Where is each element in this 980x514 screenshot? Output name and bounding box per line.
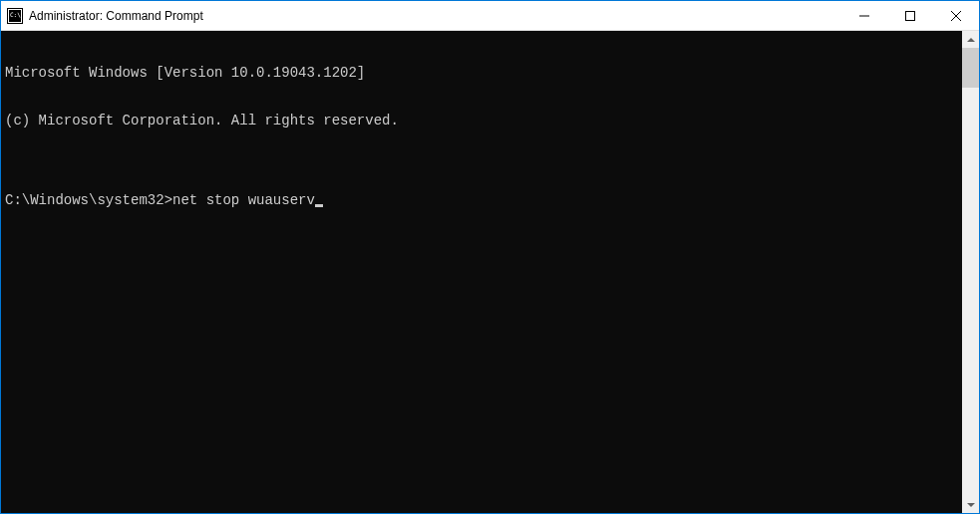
- close-button[interactable]: [933, 1, 979, 30]
- command-prompt-window: C:\ Administrator: Command Prompt Micros…: [0, 0, 980, 514]
- svg-rect-5: [906, 11, 915, 20]
- scroll-down-button[interactable]: [962, 496, 979, 513]
- cursor: [315, 204, 323, 207]
- svg-marker-8: [967, 38, 975, 42]
- scroll-up-button[interactable]: [962, 31, 979, 48]
- prompt-path: C:\Windows\system32>: [5, 192, 172, 208]
- maximize-button[interactable]: [887, 1, 933, 30]
- svg-text:C:\: C:\: [10, 11, 21, 18]
- console-content[interactable]: Microsoft Windows [Version 10.0.19043.12…: [1, 31, 962, 513]
- titlebar[interactable]: C:\ Administrator: Command Prompt: [1, 1, 979, 31]
- prompt-line: C:\Windows\system32>net stop wuauserv: [5, 192, 958, 208]
- svg-marker-9: [967, 503, 975, 507]
- scroll-track[interactable]: [962, 48, 979, 496]
- vertical-scrollbar[interactable]: [962, 31, 979, 513]
- scroll-thumb[interactable]: [962, 48, 979, 88]
- console-area: Microsoft Windows [Version 10.0.19043.12…: [1, 31, 979, 513]
- console-line-version: Microsoft Windows [Version 10.0.19043.12…: [5, 65, 958, 81]
- minimize-button[interactable]: [841, 1, 887, 30]
- window-title: Administrator: Command Prompt: [29, 9, 203, 23]
- cmd-icon: C:\: [7, 8, 23, 24]
- console-line-copyright: (c) Microsoft Corporation. All rights re…: [5, 113, 958, 128]
- typed-command: net stop wuauserv: [172, 192, 315, 208]
- window-controls: [841, 1, 979, 30]
